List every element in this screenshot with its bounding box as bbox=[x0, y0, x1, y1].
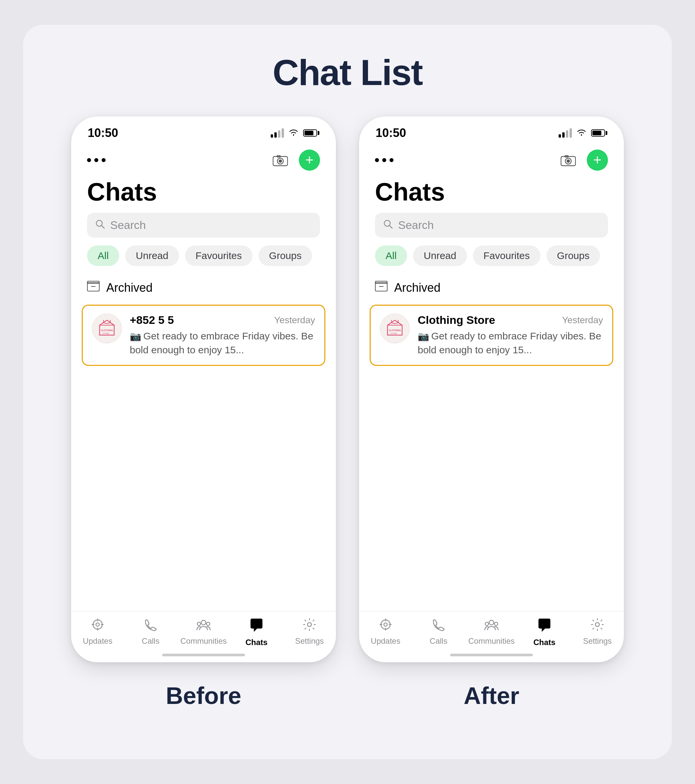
after-chat-name: Clothing Store bbox=[418, 314, 495, 326]
before-signal-icon bbox=[271, 128, 284, 138]
svg-point-27 bbox=[566, 160, 570, 163]
before-tab-communities-label: Communities bbox=[180, 636, 227, 646]
after-tab-communities[interactable]: Communities bbox=[470, 618, 513, 646]
after-search-bar[interactable]: Search bbox=[375, 213, 608, 237]
after-chat-item[interactable]: CLOTHING STORE Clothing Store Yesterday bbox=[370, 305, 613, 366]
before-battery-icon bbox=[303, 129, 319, 137]
before-chat-time: Yesterday bbox=[274, 315, 315, 326]
after-wifi-icon bbox=[576, 127, 586, 138]
after-tab-communities-label: Communities bbox=[468, 636, 515, 646]
page-title: Chat List bbox=[273, 51, 423, 93]
after-archived-label: Archived bbox=[394, 281, 441, 295]
svg-rect-33 bbox=[381, 315, 408, 342]
before-column: 10:50 bbox=[71, 117, 336, 709]
after-add-button[interactable]: + bbox=[587, 150, 608, 171]
before-tab-updates-icon bbox=[91, 618, 104, 634]
after-tab-bar: Updates Calls bbox=[359, 611, 624, 651]
before-chat-item[interactable]: CLOTHING STORE +852 5 5 Yesterday bbox=[82, 305, 325, 366]
svg-rect-9 bbox=[94, 315, 120, 342]
before-pill-favourites[interactable]: Favourites bbox=[185, 245, 253, 266]
after-archive-icon bbox=[375, 280, 388, 295]
after-tab-settings[interactable]: Settings bbox=[576, 618, 619, 646]
before-spacer bbox=[71, 369, 336, 611]
after-tab-chats-label: Chats bbox=[533, 638, 556, 647]
after-tab-calls-icon bbox=[432, 618, 445, 634]
before-tab-settings[interactable]: Settings bbox=[288, 618, 331, 646]
after-status-icons bbox=[559, 127, 607, 138]
after-pill-favourites[interactable]: Favourites bbox=[473, 245, 540, 266]
before-tab-updates-label: Updates bbox=[83, 636, 112, 646]
after-tab-settings-label: Settings bbox=[583, 636, 612, 646]
before-archived-row[interactable]: Archived bbox=[71, 274, 336, 301]
after-pill-groups[interactable]: Groups bbox=[546, 245, 600, 266]
after-tab-calls[interactable]: Calls bbox=[417, 618, 460, 646]
after-tab-communities-icon bbox=[484, 618, 499, 634]
svg-text:CLOTHING: CLOTHING bbox=[101, 329, 113, 331]
before-tab-calls-icon bbox=[144, 618, 157, 634]
after-camera-button[interactable] bbox=[558, 150, 579, 171]
before-header-bar: + bbox=[71, 143, 336, 174]
after-archived-row[interactable]: Archived bbox=[359, 274, 624, 301]
before-home-indicator bbox=[71, 651, 336, 662]
svg-point-47 bbox=[595, 623, 599, 626]
phones-row: 10:50 bbox=[71, 117, 624, 740]
after-tab-calls-label: Calls bbox=[429, 636, 447, 646]
before-tab-settings-label: Settings bbox=[295, 636, 324, 646]
after-tab-updates[interactable]: Updates bbox=[364, 618, 407, 646]
before-chat-preview-camera-icon: 📷 bbox=[130, 331, 141, 341]
before-chats-title: Chats bbox=[71, 174, 336, 213]
before-camera-button[interactable] bbox=[270, 150, 291, 171]
after-column: 10:50 bbox=[359, 117, 624, 709]
svg-line-5 bbox=[102, 226, 104, 228]
before-header-actions: + bbox=[270, 150, 320, 171]
svg-point-39 bbox=[384, 623, 387, 626]
after-label: After bbox=[464, 682, 519, 709]
before-chat-avatar: CLOTHING STORE bbox=[92, 314, 122, 343]
after-search-icon bbox=[383, 219, 393, 232]
before-tab-chats-label: Chats bbox=[246, 638, 268, 647]
svg-point-46 bbox=[494, 622, 498, 626]
after-battery-icon bbox=[591, 129, 607, 137]
after-header-actions: + bbox=[558, 150, 608, 171]
svg-point-23 bbox=[307, 623, 312, 626]
before-archived-label: Archived bbox=[106, 281, 153, 295]
after-phone-frame: 10:50 bbox=[359, 117, 624, 662]
before-dots-menu[interactable] bbox=[87, 158, 106, 162]
after-pill-all[interactable]: All bbox=[375, 245, 407, 266]
before-tab-calls[interactable]: Calls bbox=[129, 618, 172, 646]
before-tab-bar: Updates Calls bbox=[71, 611, 336, 651]
after-home-indicator bbox=[359, 651, 624, 662]
before-search-bar[interactable]: Search bbox=[87, 213, 320, 237]
after-tab-settings-icon bbox=[591, 618, 604, 634]
after-signal-icon bbox=[559, 128, 572, 138]
svg-text:STORE: STORE bbox=[102, 333, 109, 334]
after-chat-preview: 📷Get ready to embrace Friday vibes. Be b… bbox=[418, 329, 603, 357]
after-tab-updates-icon bbox=[379, 618, 392, 634]
before-label: Before bbox=[166, 682, 241, 709]
before-status-icons bbox=[271, 127, 319, 138]
after-tab-chats[interactable]: Chats bbox=[523, 618, 566, 647]
after-pill-unread[interactable]: Unread bbox=[413, 245, 467, 266]
after-status-time: 10:50 bbox=[376, 126, 406, 140]
before-add-button[interactable]: + bbox=[299, 150, 320, 171]
before-search-placeholder: Search bbox=[110, 219, 146, 232]
after-spacer bbox=[359, 369, 624, 611]
before-tab-updates[interactable]: Updates bbox=[76, 618, 119, 646]
after-chats-title: Chats bbox=[359, 174, 624, 213]
before-tab-chats[interactable]: Chats bbox=[235, 618, 278, 647]
before-pill-all[interactable]: All bbox=[87, 245, 119, 266]
svg-text:STORE: STORE bbox=[390, 333, 397, 334]
after-chat-avatar: CLOTHING STORE bbox=[380, 314, 410, 343]
before-search-icon bbox=[95, 219, 105, 232]
outer-card: Chat List 10:50 bbox=[23, 25, 672, 759]
after-header-bar: + bbox=[359, 143, 624, 174]
before-pill-unread[interactable]: Unread bbox=[125, 245, 179, 266]
after-dots-menu[interactable] bbox=[375, 158, 393, 162]
before-tab-communities[interactable]: Communities bbox=[182, 618, 225, 646]
before-tab-settings-icon bbox=[303, 618, 316, 634]
before-filter-pills: All Unread Favourites Groups bbox=[71, 245, 336, 274]
svg-point-21 bbox=[197, 622, 201, 626]
before-archive-icon bbox=[87, 280, 100, 295]
before-pill-groups[interactable]: Groups bbox=[259, 245, 312, 266]
svg-line-29 bbox=[390, 226, 392, 228]
